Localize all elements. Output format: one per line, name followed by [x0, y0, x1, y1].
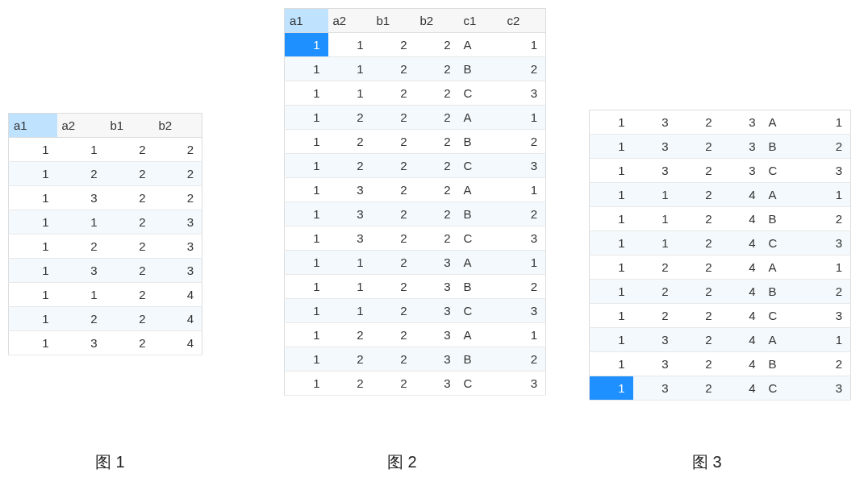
table-cell[interactable]: 2: [503, 275, 546, 299]
table-cell[interactable]: 2: [328, 130, 372, 154]
table-row[interactable]: 1223: [9, 235, 202, 259]
table-cell[interactable]: 2: [503, 202, 546, 226]
table-cell[interactable]: A: [459, 323, 503, 347]
column-header[interactable]: b2: [415, 9, 459, 33]
table-cell[interactable]: 1: [328, 275, 372, 299]
table-cell[interactable]: 1: [590, 231, 633, 255]
table-cell[interactable]: 1: [590, 110, 633, 135]
table-cell[interactable]: 1: [285, 130, 328, 154]
table-cell[interactable]: 2: [106, 235, 154, 259]
table-cell[interactable]: C: [459, 226, 503, 251]
table-row[interactable]: 1223B2: [285, 347, 546, 372]
table-cell[interactable]: 2: [677, 376, 720, 401]
table-cell[interactable]: 4: [720, 231, 764, 255]
table-cell[interactable]: 1: [285, 347, 328, 372]
table-cell[interactable]: 1: [328, 81, 372, 106]
table-cell[interactable]: 2: [57, 307, 106, 331]
table-cell[interactable]: 2: [415, 226, 459, 251]
table-cell[interactable]: 3: [807, 304, 851, 328]
table-cell[interactable]: 1: [807, 110, 851, 135]
table-cell[interactable]: 1: [285, 33, 328, 57]
table-cell[interactable]: 2: [106, 210, 154, 235]
table-row[interactable]: 1122: [9, 138, 202, 162]
column-header[interactable]: b1: [372, 9, 415, 33]
table-row[interactable]: 1224A1: [590, 255, 851, 280]
table-row[interactable]: 1224B2: [590, 280, 851, 304]
table-cell[interactable]: 1: [57, 138, 106, 162]
table-cell[interactable]: 1: [590, 376, 633, 401]
table-cell[interactable]: 2: [372, 323, 415, 347]
table-row[interactable]: 1324: [9, 331, 202, 355]
table-cell[interactable]: 2: [106, 307, 154, 331]
table-cell[interactable]: 1: [285, 323, 328, 347]
table-cell[interactable]: 1: [285, 57, 328, 81]
table-row[interactable]: 1222C3: [285, 154, 546, 178]
table-cell[interactable]: 2: [154, 162, 202, 186]
table-row[interactable]: 1322C3: [285, 226, 546, 251]
table-cell[interactable]: 1: [285, 226, 328, 251]
table-cell[interactable]: 2: [677, 183, 720, 207]
table-cell[interactable]: 2: [57, 235, 106, 259]
table-cell[interactable]: 3: [633, 110, 677, 135]
table-cell[interactable]: 3: [633, 352, 677, 376]
table-cell[interactable]: B: [764, 280, 807, 304]
table-cell[interactable]: 1: [590, 328, 633, 352]
column-header[interactable]: b2: [154, 114, 202, 138]
table-cell[interactable]: 2: [372, 202, 415, 226]
table-cell[interactable]: 3: [57, 186, 106, 210]
table-cell[interactable]: 2: [372, 299, 415, 323]
column-header[interactable]: b1: [106, 114, 154, 138]
table-row[interactable]: 1122A1: [285, 33, 546, 57]
table-cell[interactable]: 1: [807, 183, 851, 207]
table-row[interactable]: 1222B2: [285, 130, 546, 154]
table-cell[interactable]: 1: [590, 255, 633, 280]
data-table-1[interactable]: a1a2b1b211221222132211231223132311241224…: [8, 113, 202, 355]
table-cell[interactable]: 2: [807, 352, 851, 376]
table-cell[interactable]: 2: [633, 255, 677, 280]
table-cell[interactable]: 2: [415, 81, 459, 106]
table-cell[interactable]: 2: [106, 186, 154, 210]
table-cell[interactable]: 3: [503, 226, 546, 251]
table-cell[interactable]: 2: [372, 106, 415, 130]
table-cell[interactable]: 4: [720, 280, 764, 304]
table-cell[interactable]: B: [459, 275, 503, 299]
table-cell[interactable]: 2: [415, 130, 459, 154]
table-cell[interactable]: 1: [9, 235, 57, 259]
table-cell[interactable]: B: [459, 57, 503, 81]
table-cell[interactable]: 2: [677, 255, 720, 280]
table-cell[interactable]: A: [764, 183, 807, 207]
table-cell[interactable]: C: [459, 81, 503, 106]
table-row[interactable]: 1322A1: [285, 178, 546, 202]
table-row[interactable]: 1223C3: [285, 372, 546, 396]
table-cell[interactable]: 1: [9, 259, 57, 283]
table-row[interactable]: 1324C3: [590, 376, 851, 401]
table-cell[interactable]: 2: [372, 178, 415, 202]
table-cell[interactable]: 2: [106, 331, 154, 355]
table-cell[interactable]: 3: [328, 178, 372, 202]
table-cell[interactable]: 2: [677, 328, 720, 352]
table-row[interactable]: 1124C3: [590, 231, 851, 255]
table-cell[interactable]: C: [764, 231, 807, 255]
table-cell[interactable]: 4: [720, 304, 764, 328]
table-cell[interactable]: 2: [415, 154, 459, 178]
table-cell[interactable]: C: [764, 376, 807, 401]
table-cell[interactable]: 1: [57, 210, 106, 235]
table-cell[interactable]: B: [459, 347, 503, 372]
table-cell[interactable]: 1: [503, 106, 546, 130]
table-cell[interactable]: 2: [677, 231, 720, 255]
table-row[interactable]: 1222: [9, 162, 202, 186]
table-cell[interactable]: 1: [57, 283, 106, 307]
table-cell[interactable]: 2: [415, 33, 459, 57]
table-row[interactable]: 1123: [9, 210, 202, 235]
table-cell[interactable]: 2: [503, 347, 546, 372]
table-cell[interactable]: 3: [154, 235, 202, 259]
table-cell[interactable]: C: [459, 372, 503, 396]
table-cell[interactable]: 1: [285, 106, 328, 130]
table-cell[interactable]: 4: [154, 307, 202, 331]
table-cell[interactable]: 3: [328, 202, 372, 226]
table-cell[interactable]: 3: [503, 372, 546, 396]
table-cell[interactable]: 3: [154, 210, 202, 235]
table-cell[interactable]: 3: [807, 159, 851, 183]
table-cell[interactable]: 2: [328, 154, 372, 178]
table-cell[interactable]: 1: [503, 323, 546, 347]
